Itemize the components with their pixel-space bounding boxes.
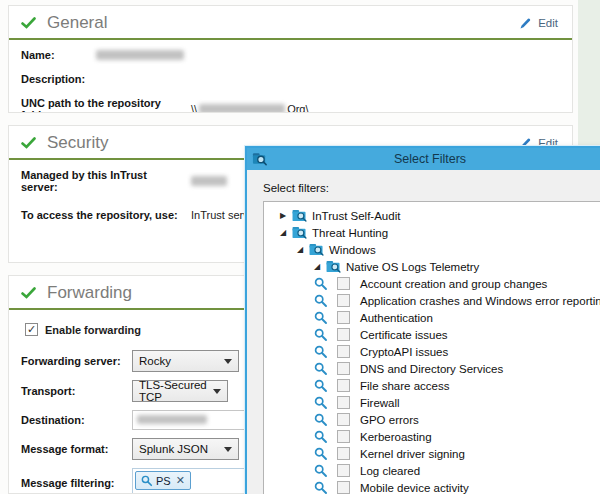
filter-checkbox[interactable] (337, 481, 350, 494)
filter-label: Application crashes and Windows error re… (360, 295, 600, 307)
destination-input[interactable] (132, 410, 246, 430)
filter-checkbox[interactable] (337, 447, 350, 460)
folder-search-icon (308, 243, 325, 256)
tree-node-threat-hunting[interactable]: ◢ Threat Hunting (264, 224, 600, 241)
filter-item[interactable]: Authentication (264, 309, 600, 326)
name-label: Name: (21, 49, 96, 61)
general-section-title: General (47, 13, 519, 33)
dialog-titlebar[interactable]: Select Filters (247, 148, 600, 170)
filter-tag[interactable]: PS ✕ (135, 471, 191, 490)
check-icon (21, 137, 36, 149)
message-format-dropdown[interactable]: Splunk JSON (132, 438, 239, 460)
filter-item[interactable]: Kernel driver signing (264, 445, 600, 462)
filter-label: DNS and Directory Services (360, 363, 503, 375)
filter-label: GPO errors (360, 414, 419, 426)
filter-item[interactable]: DNS and Directory Services (264, 360, 600, 377)
tree-node-label: Windows (329, 244, 376, 256)
search-icon (314, 328, 328, 342)
message-format-value: Splunk JSON (139, 443, 208, 455)
tree-node-label: Threat Hunting (312, 227, 388, 239)
filter-label: CryptoAPI issues (360, 346, 448, 358)
filter-item[interactable]: Application crashes and Windows error re… (264, 292, 600, 309)
filter-label: Account creation and group changes (360, 278, 547, 290)
chevron-down-icon (224, 447, 232, 452)
filter-item[interactable]: Kerberoasting (264, 428, 600, 445)
search-icon (314, 345, 328, 359)
general-edit-button[interactable]: Edit (519, 17, 558, 30)
unc-path-redacted (199, 104, 285, 113)
filter-label: Kernel driver signing (360, 448, 465, 460)
search-icon (314, 413, 328, 427)
filter-checkbox[interactable] (337, 277, 350, 290)
filter-checkbox[interactable] (337, 311, 350, 324)
check-icon (21, 287, 36, 299)
filter-label: Mobile device activity (360, 482, 469, 494)
filter-item[interactable]: Account creation and group changes (264, 275, 600, 292)
managed-by-label: Managed by this InTrust server: (21, 169, 185, 193)
description-label: Description: (21, 73, 85, 85)
message-filtering-label: Message filtering: (21, 477, 132, 489)
forwarding-server-value: Rocky (139, 355, 171, 367)
tree-node-native-os-logs-telemetry[interactable]: ◢ Native OS Logs Telemetry (264, 258, 600, 275)
check-icon (21, 17, 36, 29)
search-icon (141, 475, 153, 487)
remove-filter-icon[interactable]: ✕ (176, 474, 185, 487)
transport-dropdown[interactable]: TLS-Secured TCP (132, 380, 228, 402)
filter-checkbox[interactable] (337, 362, 350, 375)
filter-checkbox[interactable] (337, 294, 350, 307)
general-edit-label: Edit (538, 17, 558, 29)
destination-value-redacted (137, 415, 207, 424)
search-icon (314, 464, 328, 478)
forwarding-server-dropdown[interactable]: Rocky (132, 350, 239, 372)
folder-search-icon (291, 226, 308, 239)
tree-node-intrust-self-audit[interactable]: ▶ InTrust Self-Audit (264, 207, 600, 224)
transport-label: Transport: (21, 385, 132, 397)
filter-checkbox[interactable] (337, 396, 350, 409)
search-icon (314, 277, 328, 291)
filter-tag-label: PS (156, 475, 171, 487)
collapse-arrow-icon[interactable]: ◢ (295, 245, 305, 254)
select-filters-label: Select filters: (263, 182, 600, 194)
tree-node-label: Native OS Logs Telemetry (346, 261, 479, 273)
collapse-arrow-icon[interactable]: ◢ (312, 262, 322, 271)
chevron-down-icon (213, 389, 221, 394)
tree-node-label: InTrust Self-Audit (312, 210, 400, 222)
filter-item[interactable]: GPO errors (264, 411, 600, 428)
filter-checkbox[interactable] (337, 413, 350, 426)
filter-item[interactable]: CryptoAPI issues (264, 343, 600, 360)
filter-checkbox[interactable] (337, 430, 350, 443)
filter-checkbox[interactable] (337, 464, 350, 477)
search-icon (314, 311, 328, 325)
filter-label: Firewall (360, 397, 400, 409)
name-value-redacted (96, 50, 184, 60)
filter-checkbox[interactable] (337, 328, 350, 341)
filter-label: Log cleared (360, 465, 420, 477)
filter-item[interactable]: Log cleared (264, 462, 600, 479)
expand-arrow-icon[interactable]: ▶ (278, 211, 288, 220)
folder-search-icon (325, 260, 342, 273)
pencil-icon (519, 17, 532, 30)
filter-label: File share access (360, 380, 449, 392)
search-icon (314, 430, 328, 444)
filter-checkbox[interactable] (337, 345, 350, 358)
message-filtering-field[interactable]: PS ✕ (132, 468, 252, 494)
search-icon (314, 396, 328, 410)
search-icon (314, 447, 328, 461)
unc-path-prefix: \\ (191, 103, 197, 113)
tree-node-windows[interactable]: ◢ Windows (264, 241, 600, 258)
forwarding-server-label: Forwarding server: (21, 355, 132, 367)
filter-item[interactable]: Firewall (264, 394, 600, 411)
folder-search-icon (291, 209, 308, 222)
collapse-arrow-icon[interactable]: ◢ (278, 228, 288, 237)
unc-path-label: UNC path to the repository folder: (21, 97, 185, 113)
filter-item[interactable]: File share access (264, 377, 600, 394)
enable-forwarding-checkbox[interactable]: ✓ (25, 323, 38, 336)
search-icon (314, 294, 328, 308)
general-panel: General Edit Name: Description: UNC path… (8, 5, 573, 113)
filter-label: Certificate issues (360, 329, 448, 341)
filter-item[interactable]: Certificate issues (264, 326, 600, 343)
filter-item[interactable]: Mobile device activity (264, 479, 600, 494)
filter-checkbox[interactable] (337, 379, 350, 392)
message-format-label: Message format: (21, 443, 132, 455)
filters-tree[interactable]: ▶ InTrust Self-Audit ◢ Threat Hunting ◢ … (263, 201, 600, 494)
